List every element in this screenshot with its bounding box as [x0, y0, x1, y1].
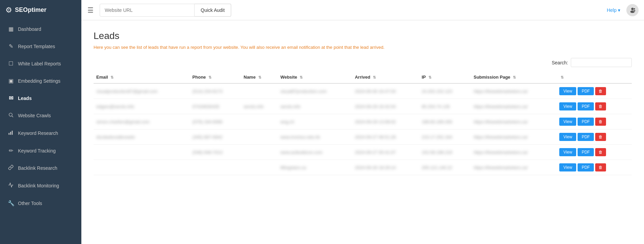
cell-ip: 210.17.252.164 — [419, 129, 471, 145]
cell-submission: https://thewebmarketers.ca/ — [471, 83, 557, 99]
cell-website: wng.ch — [278, 114, 352, 129]
action-cell: ViewPDF🗑 — [557, 114, 632, 129]
sidebar-item-backlink-monitoring[interactable]: Backlink Monitoring — [0, 177, 81, 195]
cell-phone: 07434630435 — [190, 99, 241, 114]
sort-icon-submission[interactable]: ⇅ — [513, 75, 516, 79]
layout: ▦ Dashboard ✎ Report Templates ☐ White L… — [0, 20, 644, 244]
col-header-submission-page[interactable]: Submission Page ⇅ — [471, 71, 557, 83]
pdf-button[interactable]: PDF — [578, 118, 594, 126]
other-tools-icon: 🔧 — [8, 200, 14, 206]
sidebar-item-white-label-reports[interactable]: ☐ White Label Reports — [0, 55, 81, 72]
sort-icon-email[interactable]: ⇅ — [110, 75, 114, 79]
cell-email — [94, 145, 190, 160]
svg-point-0 — [631, 7, 633, 10]
cell-website: serols.info — [278, 99, 352, 114]
url-input[interactable] — [100, 4, 195, 17]
table-header-row: Email ⇅ Phone ⇅ Name ⇅ Website ⇅ — [94, 71, 632, 83]
action-cell: ViewPDF🗑 — [557, 99, 632, 114]
sort-icon-website[interactable]: ⇅ — [300, 75, 303, 79]
action-cell: ViewPDF🗑 — [557, 83, 632, 99]
sidebar-item-backlink-research[interactable]: Backlink Research — [0, 159, 81, 177]
cell-ip: 205.121.140.22 — [419, 160, 471, 175]
sort-icon-arrived[interactable]: ⇅ — [373, 75, 376, 79]
cell-arrived: 2024-09-27 05:41:07 — [352, 145, 419, 160]
help-label: Help — [607, 7, 617, 13]
cell-arrived: 2024-09-29 13:08:02 — [352, 114, 419, 129]
table-row: edgars@serols.info07434630435serols.info… — [94, 99, 632, 114]
col-header-arrived[interactable]: Arrived ⇅ — [352, 71, 419, 83]
dashboard-icon: ▦ — [8, 26, 14, 32]
sidebar-item-other-tools[interactable]: 🔧 Other Tools — [0, 195, 81, 212]
embedding-icon: ▣ — [8, 78, 14, 84]
cell-email — [94, 160, 190, 175]
cell-website: visual87production.com — [278, 83, 352, 99]
col-header-email[interactable]: Email ⇅ — [94, 71, 190, 83]
pdf-button[interactable]: PDF — [578, 163, 594, 171]
svg-point-5 — [633, 10, 635, 12]
sort-icon-phone[interactable]: ⇅ — [208, 75, 212, 79]
pdf-button[interactable]: PDF — [578, 87, 594, 95]
cell-name — [241, 129, 278, 145]
col-header-phone[interactable]: Phone ⇅ — [190, 71, 241, 83]
cell-submission: https://thewebmarketers.ca/ — [471, 114, 557, 129]
hamburger-button[interactable]: ☰ — [81, 6, 100, 14]
help-chevron-icon: ▾ — [618, 7, 620, 13]
cell-phone: (345) 687-6942 — [190, 129, 241, 145]
sidebar-item-label: Keyword Tracking — [18, 148, 56, 154]
cell-email: visualproduction87@gmail.com — [94, 83, 190, 99]
delete-button[interactable]: 🗑 — [595, 118, 606, 126]
pdf-button[interactable]: PDF — [578, 148, 594, 156]
sidebar-item-label: Report Templates — [18, 44, 55, 49]
cell-name — [241, 160, 278, 175]
sort-icon-name[interactable]: ⇅ — [258, 75, 261, 79]
cell-arrived: 2024-09-30 16:47:04 — [352, 83, 419, 99]
cell-name — [241, 83, 278, 99]
cell-ip: 85.254.74.135 — [419, 99, 471, 114]
view-button[interactable]: View — [559, 163, 576, 171]
cell-website: liftingstars.ca — [278, 160, 352, 175]
delete-button[interactable]: 🗑 — [595, 87, 606, 95]
sidebar-item-report-templates[interactable]: ✎ Report Templates — [0, 38, 81, 55]
search-label: Search: — [552, 60, 568, 65]
backlink-monitoring-icon — [8, 182, 14, 189]
cell-email: simon.charlton@gmail.com — [94, 114, 190, 129]
delete-button[interactable]: 🗑 — [595, 102, 606, 110]
leads-table: Email ⇅ Phone ⇅ Name ⇅ Website ⇅ — [94, 71, 632, 175]
delete-button[interactable]: 🗑 — [595, 163, 606, 171]
view-button[interactable]: View — [559, 87, 576, 95]
col-header-name[interactable]: Name ⇅ — [241, 71, 278, 83]
col-header-website[interactable]: Website ⇅ — [278, 71, 352, 83]
topbar: ⚙ SEOptimer ☰ Quick Audit Help ▾ — [0, 0, 644, 20]
delete-button[interactable]: 🗑 — [595, 133, 606, 141]
col-header-ip[interactable]: IP ⇅ — [419, 71, 471, 83]
sort-icon-actions: ⇅ — [561, 75, 564, 79]
search-input[interactable] — [571, 58, 632, 67]
cell-phone: (079) 194-6080 — [190, 114, 241, 129]
search-row: Search: — [94, 58, 632, 67]
view-button[interactable]: View — [559, 133, 576, 141]
quick-audit-button[interactable]: Quick Audit — [195, 4, 231, 17]
sort-icon-ip[interactable]: ⇅ — [428, 75, 431, 79]
table-row: simon.charlton@gmail.com(079) 194-6080wn… — [94, 114, 632, 129]
backlink-research-icon — [8, 165, 14, 171]
view-button[interactable]: View — [559, 118, 576, 126]
svg-point-6 — [9, 113, 12, 116]
cell-phone — [190, 160, 241, 175]
sidebar-item-keyword-research[interactable]: Keyword Research — [0, 124, 81, 142]
delete-button[interactable]: 🗑 — [595, 148, 606, 156]
help-menu[interactable]: Help ▾ — [607, 7, 620, 13]
view-button[interactable]: View — [559, 102, 576, 110]
view-button[interactable]: View — [559, 148, 576, 156]
pdf-button[interactable]: PDF — [578, 133, 594, 141]
sidebar-item-embedding-settings[interactable]: ▣ Embedding Settings — [0, 72, 81, 89]
pdf-button[interactable]: PDF — [578, 102, 594, 110]
svg-point-4 — [633, 8, 635, 10]
sidebar-item-dashboard[interactable]: ▦ Dashboard — [0, 20, 81, 38]
sidebar-item-leads[interactable]: ✉ Leads — [0, 89, 81, 107]
sidebar-item-website-crawls[interactable]: Website Crawls — [0, 107, 81, 124]
svg-line-7 — [12, 116, 13, 117]
sidebar-item-label: Keyword Research — [18, 130, 58, 136]
user-avatar[interactable] — [626, 4, 639, 16]
sidebar-item-keyword-tracking[interactable]: ✏ Keyword Tracking — [0, 142, 81, 159]
logo-icon: ⚙ — [5, 6, 12, 15]
